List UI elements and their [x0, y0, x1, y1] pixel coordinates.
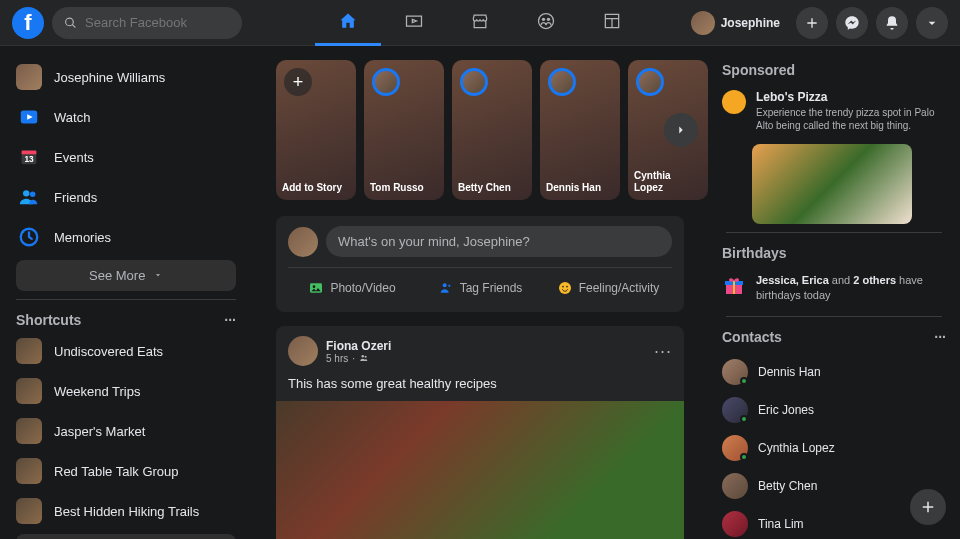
- shortcut-item[interactable]: Best Hidden Hiking Trails: [8, 492, 244, 530]
- shortcut-item[interactable]: Red Table Talk Group: [8, 452, 244, 490]
- composer-feeling-button[interactable]: Feeling/Activity: [544, 274, 672, 302]
- story-name: Dennis Han: [546, 182, 614, 194]
- tag-friends-icon: [438, 280, 454, 296]
- story-avatar: [460, 68, 488, 96]
- post-author-avatar[interactable]: [288, 336, 318, 366]
- svg-point-2: [547, 18, 550, 21]
- contacts-menu-button[interactable]: ···: [934, 329, 946, 345]
- svg-point-14: [562, 286, 564, 288]
- story-avatar: [372, 68, 400, 96]
- contact-item[interactable]: Dennis Han: [718, 353, 950, 391]
- stories-next-button[interactable]: [664, 113, 698, 147]
- shortcut-item[interactable]: Jasper's Market: [8, 412, 244, 450]
- story-name: Cynthia Lopez: [634, 170, 702, 194]
- svg-text:13: 13: [24, 155, 34, 164]
- tab-groups[interactable]: [513, 0, 579, 46]
- add-story-card[interactable]: + Add to Story: [276, 60, 356, 200]
- post-author-name[interactable]: Fiona Ozeri: [326, 339, 391, 353]
- sidebar-item-label: Friends: [54, 190, 97, 205]
- new-message-button[interactable]: [910, 489, 946, 525]
- search-container[interactable]: [52, 7, 242, 39]
- post-text: This has some great healthy recipes: [276, 376, 684, 401]
- post-timestamp: 5 hrs ·: [326, 353, 391, 364]
- contact-avatar: [722, 435, 748, 461]
- story-card[interactable]: Betty Chen: [452, 60, 532, 200]
- avatar: [16, 64, 42, 90]
- contact-name: Dennis Han: [758, 365, 821, 379]
- avatar: [691, 11, 715, 35]
- sidebar-item-events[interactable]: 13 Events: [8, 138, 244, 176]
- shortcut-thumbnail: [16, 498, 42, 524]
- story-name: Betty Chen: [458, 182, 526, 194]
- svg-point-17: [365, 356, 367, 358]
- post-menu-button[interactable]: ···: [654, 341, 672, 362]
- shortcuts-menu-button[interactable]: ···: [224, 312, 236, 328]
- shortcut-label: Red Table Talk Group: [54, 464, 179, 479]
- svg-point-1: [542, 18, 545, 21]
- facebook-logo[interactable]: f: [12, 7, 44, 39]
- story-name: Tom Russo: [370, 182, 438, 194]
- svg-rect-20: [733, 281, 735, 294]
- stories-row: + Add to Story Tom Russo Betty Chen Denn…: [276, 60, 684, 200]
- story-card[interactable]: Dennis Han: [540, 60, 620, 200]
- contact-name: Eric Jones: [758, 403, 814, 417]
- search-input[interactable]: [85, 15, 230, 30]
- nav-tabs: [315, 0, 645, 46]
- birthdays-row[interactable]: Jessica, Erica and 2 others have birthda…: [718, 269, 950, 308]
- online-indicator: [740, 377, 748, 385]
- contact-avatar: [722, 397, 748, 423]
- messenger-button[interactable]: [836, 7, 868, 39]
- composer-tag-button[interactable]: Tag Friends: [416, 274, 544, 302]
- photo-icon: [308, 280, 324, 296]
- story-avatar: [548, 68, 576, 96]
- see-more-button[interactable]: See More: [16, 534, 236, 539]
- sidebar-item-label: Watch: [54, 110, 90, 125]
- sidebar-item-label: Memories: [54, 230, 111, 245]
- composer-input[interactable]: What's on your mind, Josephine?: [326, 226, 672, 257]
- shortcut-label: Best Hidden Hiking Trails: [54, 504, 199, 519]
- svg-point-13: [559, 282, 571, 294]
- see-more-button[interactable]: See More: [16, 260, 236, 291]
- chevron-down-icon: [153, 270, 163, 280]
- contact-item[interactable]: Eric Jones: [718, 391, 950, 429]
- feed-post: Fiona Ozeri 5 hrs · ··· This has some gr…: [276, 326, 684, 539]
- birthdays-text: Jessica, Erica and 2 others have birthda…: [756, 273, 946, 304]
- profile-button[interactable]: Josephine: [687, 7, 788, 39]
- ad-description: Experience the trendy pizza spot in Palo…: [756, 106, 946, 132]
- sidebar-item-friends[interactable]: Friends: [8, 178, 244, 216]
- shortcut-item[interactable]: Weekend Trips: [8, 372, 244, 410]
- sidebar-item-watch[interactable]: Watch: [8, 98, 244, 136]
- post-image[interactable]: [276, 401, 684, 539]
- gift-icon: [722, 273, 746, 297]
- header: f Josephine: [0, 0, 960, 46]
- sidebar-item-label: Events: [54, 150, 94, 165]
- composer-photo-button[interactable]: Photo/Video: [288, 274, 416, 302]
- watch-icon: [16, 104, 42, 130]
- tab-home[interactable]: [315, 0, 381, 46]
- account-menu-button[interactable]: [916, 7, 948, 39]
- story-card[interactable]: Tom Russo: [364, 60, 444, 200]
- create-button[interactable]: [796, 7, 828, 39]
- ad-image[interactable]: [752, 144, 912, 224]
- shortcut-item[interactable]: Undiscovered Eats: [8, 332, 244, 370]
- tab-watch[interactable]: [381, 0, 447, 46]
- ad-title: Lebo's Pizza: [756, 90, 946, 104]
- shortcut-thumbnail: [16, 378, 42, 404]
- composer: What's on your mind, Josephine? Photo/Vi…: [276, 216, 684, 312]
- svg-point-8: [30, 192, 35, 198]
- events-icon: 13: [16, 144, 42, 170]
- contact-item[interactable]: Cynthia Lopez: [718, 429, 950, 467]
- tab-marketplace[interactable]: [447, 0, 513, 46]
- svg-point-7: [23, 190, 29, 196]
- story-name: Add to Story: [282, 182, 350, 194]
- notifications-button[interactable]: [876, 7, 908, 39]
- ad-icon: [722, 90, 746, 114]
- avatar: [288, 227, 318, 257]
- tab-news[interactable]: [579, 0, 645, 46]
- sidebar-profile[interactable]: Josephine Williams: [8, 58, 244, 96]
- sidebar-item-memories[interactable]: Memories: [8, 218, 244, 256]
- plus-icon: [919, 498, 937, 516]
- shortcut-label: Weekend Trips: [54, 384, 140, 399]
- contact-avatar: [722, 473, 748, 499]
- sponsored-ad[interactable]: Lebo's Pizza Experience the trendy pizza…: [718, 86, 950, 136]
